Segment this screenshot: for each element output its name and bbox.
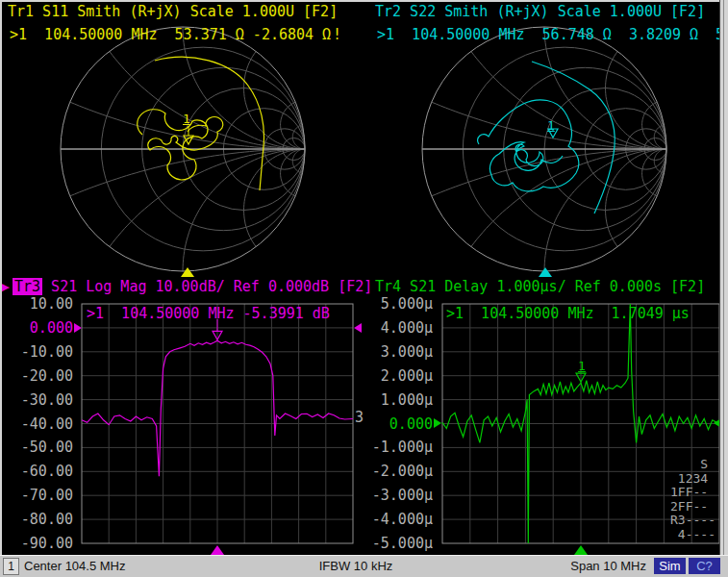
tr2-title[interactable]: Tr2 S22 Smith (R+jX) Scale 1.000U [F2] xyxy=(375,4,705,20)
y-axis-label: -3.000µ xyxy=(360,487,433,504)
y-axis-label: -50.00 xyxy=(0,439,73,456)
tr4-marker-readout: >1 104.50000 MHz 1.7049 µs xyxy=(446,306,690,322)
tr1-title[interactable]: Tr1 S11 Smith (R+jX) Scale 1.000U [F2] xyxy=(8,4,338,20)
tr2-trace xyxy=(532,62,615,213)
tr3-marker-readout: >1 104.50000 MHz -5.3991 dB xyxy=(87,306,330,322)
screen-border-top xyxy=(0,0,728,2)
y-axis-label: -90.00 xyxy=(0,535,73,552)
y-axis-label: 0.000 xyxy=(360,415,433,433)
y-axis-label: 5.000µ xyxy=(360,295,433,313)
y-axis-label: 10.00 xyxy=(0,295,73,313)
tr1-name: Tr1 xyxy=(8,3,34,20)
tr2-name: Tr2 xyxy=(375,3,401,20)
tr3-stimulus-marker[interactable] xyxy=(211,545,224,555)
tr3-name: Tr3 xyxy=(13,278,42,295)
tr1-marker-number[interactable]: 1 xyxy=(183,111,190,127)
status-bar: 1 Center 104.5 MHz IFBW 10 kHz Span 10 M… xyxy=(0,555,728,577)
trace-status-line: 1FF-- xyxy=(670,486,715,500)
screen-border-right-edge xyxy=(724,0,728,555)
y-axis-label: -80.00 xyxy=(0,511,73,528)
y-axis-label: -40.00 xyxy=(0,415,73,433)
tr4-marker-number[interactable]: 1 xyxy=(576,358,588,374)
tr2-trace xyxy=(478,100,579,191)
tr1-marker-readout: >1 104.50000 MHz 53.371 Ω -2.6804 Ω xyxy=(10,27,331,43)
y-axis-label: -20.00 xyxy=(0,367,73,385)
y-axis-label: 2.000µ xyxy=(360,367,433,385)
y-axis-label: 0.000 xyxy=(0,319,73,337)
tr3-title[interactable]: Tr3 S21 Log Mag 10.00dB/ Ref 0.000dB [F2… xyxy=(13,279,372,295)
span-readout[interactable]: Span 10 MHz xyxy=(539,559,646,573)
tr4-title-text: S21 Delay 1.000µs/ Ref 0.000s [F2] xyxy=(401,278,705,295)
y-axis-label: -70.00 xyxy=(0,487,73,504)
trace-status-line: 1234 xyxy=(670,472,715,487)
tr2-marker-readout: >1 104.50000 MHz 56.748 Ω 3.8209 Ω xyxy=(377,27,698,43)
y-axis-label: 1.000µ xyxy=(360,391,433,409)
y-axis-label: -10.00 xyxy=(0,343,73,361)
y-axis-label: 3.000µ xyxy=(360,343,433,361)
y-axis-label: -5.000µ xyxy=(360,535,433,552)
tr4-title[interactable]: Tr4 S21 Delay 1.000µs/ Ref 0.000s [F2] xyxy=(375,279,705,295)
trace-status-line: S xyxy=(670,458,715,472)
tr2-stimulus-marker[interactable] xyxy=(539,267,552,277)
channel-number-box[interactable]: 1 xyxy=(3,558,19,575)
tr3-active-indicator: ▶ xyxy=(1,279,10,295)
tr1-marker-flag: ! xyxy=(333,27,341,43)
sim-badge[interactable]: Sim xyxy=(654,558,686,574)
ifbw-readout[interactable]: IFBW 10 kHz xyxy=(269,559,442,573)
tr1-title-text: S11 Smith (R+jX) Scale 1.000U [F2] xyxy=(34,3,338,20)
y-axis-label: -4.000µ xyxy=(360,511,433,528)
y-axis-label: 4.000µ xyxy=(360,319,433,337)
tr2-marker-number[interactable]: 1 xyxy=(547,117,555,134)
y-axis-label: -2.000µ xyxy=(360,463,433,480)
trace-status-line: 4---- xyxy=(670,528,715,542)
y-axis-label: -1.000µ xyxy=(360,439,433,456)
correction-badge[interactable]: C? xyxy=(689,558,720,574)
vna-screen: Tr1 S11 Smith (R+jX) Scale 1.000U [F2] T… xyxy=(0,0,728,577)
tr3-title-text: S21 Log Mag 10.00dB/ Ref 0.000dB [F2] xyxy=(42,278,372,295)
trace-status-line: 2FF-- xyxy=(670,500,715,514)
y-axis-label: -60.00 xyxy=(0,463,73,480)
y-axis-label: -30.00 xyxy=(0,391,73,409)
tr4-ref-arrow-left xyxy=(434,418,441,428)
trace-status-line: R3---- xyxy=(670,514,715,528)
tr3-ref-arrow-left xyxy=(74,323,82,333)
tr4-stimulus-marker[interactable] xyxy=(574,545,588,555)
tr1-trace xyxy=(155,57,264,190)
tr2-title-text: S22 Smith (R+jX) Scale 1.000U [F2] xyxy=(401,3,705,20)
center-frequency-readout[interactable]: Center 104.5 MHz xyxy=(24,559,126,573)
smith-tr2-grid xyxy=(422,27,666,271)
tr4-name: Tr4 xyxy=(375,278,401,295)
trace-status-block: S 12341FF--2FF--R3---- 4---- xyxy=(670,458,715,541)
